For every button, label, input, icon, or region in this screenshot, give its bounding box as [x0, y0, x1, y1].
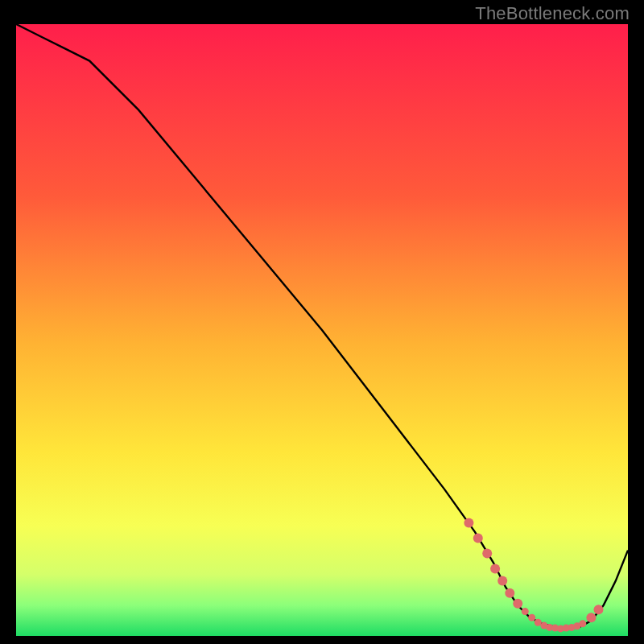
marker-dot — [594, 605, 604, 614]
chart-svg — [16, 24, 628, 636]
marker-dot — [497, 576, 507, 586]
marker-dot — [579, 620, 586, 627]
marker-dot — [505, 588, 514, 598]
marker-dot — [490, 564, 500, 573]
marker-dot — [513, 599, 522, 609]
marker-dot — [473, 533, 483, 543]
watermark-text: TheBottleneck.com — [475, 3, 630, 24]
marker-dot — [528, 614, 535, 621]
marker-dot — [522, 608, 529, 615]
marker-dot — [586, 613, 596, 622]
marker-dot — [482, 548, 492, 558]
chart-frame: TheBottleneck.com — [0, 0, 644, 644]
chart-plot-area — [16, 24, 628, 636]
marker-dot — [464, 518, 473, 527]
